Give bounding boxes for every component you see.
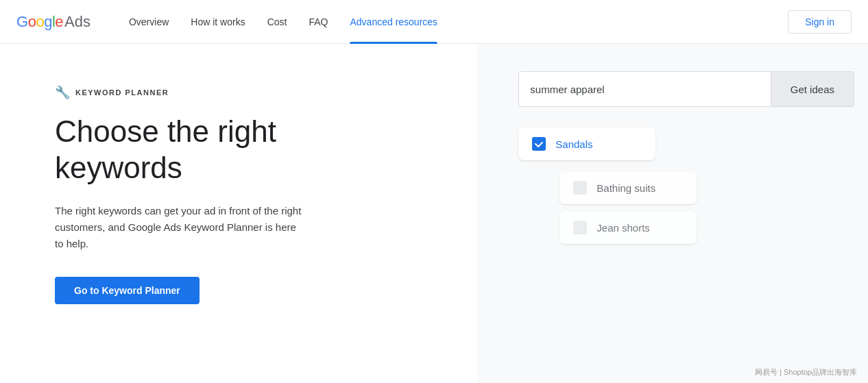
logo-letter-e: e	[55, 13, 63, 30]
navbar: Google Ads Overview How it works Cost FA…	[0, 0, 868, 44]
search-input-display[interactable]: summer apparel	[518, 71, 771, 107]
keyword-cards: Sandals Bathing suits Jean shorts	[518, 127, 854, 244]
main-content: 🔧 KEYWORD PLANNER Choose the right keywo…	[0, 44, 868, 383]
hero-headline: Choose the right keywords	[55, 114, 315, 186]
keyword-card-jean-shorts[interactable]: Jean shorts	[559, 211, 697, 244]
widget-container: summer apparel Get ideas Sandals	[518, 71, 854, 356]
nav-faq[interactable]: FAQ	[298, 0, 339, 44]
left-panel: 🔧 KEYWORD PLANNER Choose the right keywo…	[0, 44, 477, 383]
watermark: 网易号 | Shoptop品牌出海智库	[755, 367, 857, 378]
keyword-card-bathing-suits[interactable]: Bathing suits	[559, 171, 697, 204]
cta-button[interactable]: Go to Keyword Planner	[55, 277, 200, 304]
logo-letter-o2: o	[36, 13, 44, 30]
nav-advanced-resources[interactable]: Advanced resources	[339, 0, 448, 44]
wrench-icon: 🔧	[55, 85, 70, 100]
checkbox-bathing-suits[interactable]	[573, 181, 587, 195]
logo-letter-g2: g	[44, 13, 52, 30]
nav-how-it-works[interactable]: How it works	[180, 0, 256, 44]
search-row: summer apparel Get ideas	[518, 71, 854, 107]
signin-button[interactable]: Sign in	[788, 10, 852, 34]
headline-line2: keywords	[55, 151, 182, 184]
keyword-label-bathing-suits: Bathing suits	[596, 182, 655, 194]
logo-letter-g: G	[16, 13, 28, 30]
right-panel: summer apparel Get ideas Sandals	[477, 44, 868, 383]
nav-cost[interactable]: Cost	[256, 0, 298, 44]
hero-description: The right keywords can get your ad in fr…	[55, 203, 302, 252]
nav-links: Overview How it works Cost FAQ Advanced …	[118, 0, 788, 44]
feature-label-text: KEYWORD PLANNER	[75, 88, 169, 97]
headline-line1: Choose the right	[55, 114, 276, 148]
checkbox-sandals[interactable]	[532, 137, 546, 151]
get-ideas-button[interactable]: Get ideas	[771, 71, 854, 107]
logo-ads-text: Ads	[64, 13, 91, 31]
checkbox-jean-shorts[interactable]	[573, 221, 587, 234]
keyword-card-sandals[interactable]: Sandals	[518, 127, 655, 160]
checkmark-icon	[534, 139, 544, 149]
logo-letter-o1: o	[28, 13, 36, 30]
keyword-label-sandals: Sandals	[555, 138, 592, 150]
feature-label: 🔧 KEYWORD PLANNER	[55, 85, 436, 100]
nav-overview[interactable]: Overview	[118, 0, 180, 44]
keyword-label-jean-shorts: Jean shorts	[596, 222, 650, 234]
logo: Google Ads	[16, 13, 91, 31]
